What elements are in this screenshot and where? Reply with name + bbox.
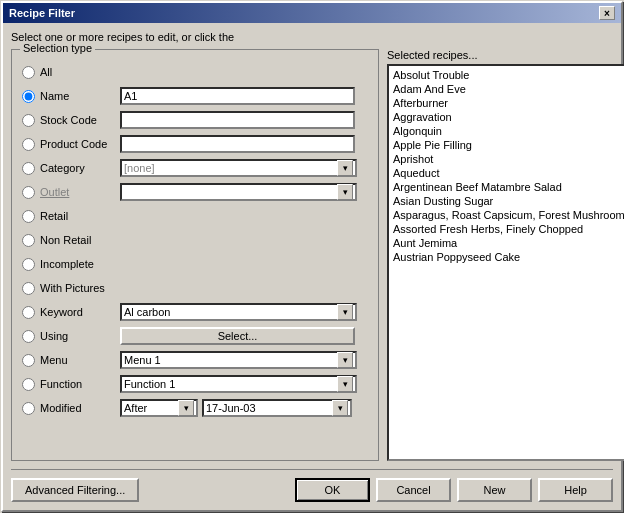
keyword-combo[interactable]: Al carbon ▾ (120, 303, 357, 321)
modified-controls: After ▾ 17-Jun-03 ▾ (120, 399, 352, 417)
top-row: Selection type All Name (11, 49, 613, 461)
label-with-pictures: With Pictures (40, 282, 120, 294)
radio-keyword[interactable] (22, 306, 35, 319)
radio-row-retail: Retail (20, 206, 370, 226)
radio-name[interactable] (22, 90, 35, 103)
product-code-input[interactable] (120, 135, 355, 153)
modified-date-arrow[interactable]: ▾ (332, 400, 348, 416)
radio-stock-code[interactable] (22, 114, 35, 127)
radio-product-code[interactable] (22, 138, 35, 151)
modified-after-value: After (124, 402, 147, 414)
radio-row-stock-code: Stock Code (20, 110, 370, 130)
radio-modified[interactable] (22, 402, 35, 415)
right-panel: Selected recipes... Absolut TroubleAdam … (387, 49, 624, 461)
radio-row-menu: Menu Menu 1 ▾ (20, 350, 370, 370)
list-item[interactable]: Austrian Poppyseed Cake (391, 250, 624, 264)
radio-row-function: Function Function 1 ▾ (20, 374, 370, 394)
menu-value: Menu 1 (124, 354, 337, 366)
function-combo[interactable]: Function 1 ▾ (120, 375, 357, 393)
modified-after-combo[interactable]: After ▾ (120, 399, 198, 417)
label-keyword: Keyword (40, 306, 120, 318)
radio-row-using: Using Select... (20, 326, 370, 346)
group-content: All Name Stock Code (20, 62, 370, 418)
label-name: Name (40, 90, 120, 102)
outlet-dropdown-arrow[interactable]: ▾ (337, 184, 353, 200)
label-category: Category (40, 162, 120, 174)
menu-combo[interactable]: Menu 1 ▾ (120, 351, 357, 369)
radio-row-name: Name (20, 86, 370, 106)
radio-row-all: All (20, 62, 370, 82)
radio-category[interactable] (22, 162, 35, 175)
radio-outlet[interactable] (22, 186, 35, 199)
category-value: [none] (124, 162, 337, 174)
recipe-filter-dialog: Recipe Filter × Select one or more recip… (1, 1, 623, 512)
list-item[interactable]: Asparagus, Roast Capsicum, Forest Mushro… (391, 208, 624, 222)
advanced-filtering-button[interactable]: Advanced Filtering... (11, 478, 139, 502)
outlet-combo[interactable]: ▾ (120, 183, 357, 201)
list-item[interactable]: Aunt Jemima (391, 236, 624, 250)
list-item[interactable]: Asian Dusting Sugar (391, 194, 624, 208)
label-menu: Menu (40, 354, 120, 366)
modified-after-arrow[interactable]: ▾ (178, 400, 194, 416)
modified-date-combo[interactable]: 17-Jun-03 ▾ (202, 399, 352, 417)
list-item[interactable]: Aprishot (391, 152, 624, 166)
label-stock-code: Stock Code (40, 114, 120, 126)
radio-menu[interactable] (22, 354, 35, 367)
category-dropdown-arrow[interactable]: ▾ (337, 160, 353, 176)
list-item[interactable]: Afterburner (391, 96, 624, 110)
label-function: Function (40, 378, 120, 390)
right-buttons: OK Cancel New Help (295, 478, 613, 502)
radio-row-category: Category [none] ▾ (20, 158, 370, 178)
keyword-value: Al carbon (124, 306, 337, 318)
title-bar: Recipe Filter × (3, 3, 621, 23)
list-item[interactable]: Apple Pie Filling (391, 138, 624, 152)
list-item[interactable]: Absolut Trouble (391, 68, 624, 82)
label-all: All (40, 66, 120, 78)
list-item[interactable]: Argentinean Beef Matambre Salad (391, 180, 624, 194)
group-legend: Selection type (20, 42, 95, 54)
cancel-button[interactable]: Cancel (376, 478, 451, 502)
radio-retail[interactable] (22, 210, 35, 223)
list-item[interactable]: Adam And Eve (391, 82, 624, 96)
radio-function[interactable] (22, 378, 35, 391)
radio-row-outlet: Outlet ▾ (20, 182, 370, 202)
label-modified: Modified (40, 402, 120, 414)
keyword-dropdown-arrow[interactable]: ▾ (337, 304, 353, 320)
radio-all[interactable] (22, 66, 35, 79)
label-product-code: Product Code (40, 138, 120, 150)
radio-with-pictures[interactable] (22, 282, 35, 295)
new-button[interactable]: New (457, 478, 532, 502)
radio-using[interactable] (22, 330, 35, 343)
label-outlet: Outlet (40, 186, 120, 198)
list-item[interactable]: Aggravation (391, 110, 624, 124)
right-panel-label: Selected recipes... (387, 49, 624, 61)
label-retail: Retail (40, 210, 120, 222)
list-item[interactable]: Aqueduct (391, 166, 624, 180)
category-combo[interactable]: [none] ▾ (120, 159, 357, 177)
radio-row-keyword: Keyword Al carbon ▾ (20, 302, 370, 322)
close-button[interactable]: × (599, 6, 615, 20)
function-dropdown-arrow[interactable]: ▾ (337, 376, 353, 392)
dialog-title: Recipe Filter (9, 7, 75, 19)
ok-button[interactable]: OK (295, 478, 370, 502)
dialog-body: Select one or more recipes to edit, or c… (3, 23, 621, 510)
label-non-retail: Non Retail (40, 234, 120, 246)
using-select-button[interactable]: Select... (120, 327, 355, 345)
radio-row-incomplete: Incomplete (20, 254, 370, 274)
list-item[interactable]: Assorted Fresh Herbs, Finely Chopped (391, 222, 624, 236)
bottom-buttons: Advanced Filtering... OK Cancel New Help (11, 469, 613, 502)
list-item[interactable]: Algonquin (391, 124, 624, 138)
label-using: Using (40, 330, 120, 342)
help-button[interactable]: Help (538, 478, 613, 502)
radio-row-non-retail: Non Retail (20, 230, 370, 250)
menu-dropdown-arrow[interactable]: ▾ (337, 352, 353, 368)
selection-group: Selection type All Name (11, 49, 379, 461)
modified-date-value: 17-Jun-03 (206, 402, 256, 414)
name-input[interactable] (120, 87, 355, 105)
recipes-listbox[interactable]: Absolut TroubleAdam And EveAfterburnerAg… (387, 64, 624, 461)
stock-code-input[interactable] (120, 111, 355, 129)
radio-non-retail[interactable] (22, 234, 35, 247)
radio-incomplete[interactable] (22, 258, 35, 271)
radio-row-modified: Modified After ▾ 17-Jun-03 ▾ (20, 398, 370, 418)
function-value: Function 1 (124, 378, 337, 390)
